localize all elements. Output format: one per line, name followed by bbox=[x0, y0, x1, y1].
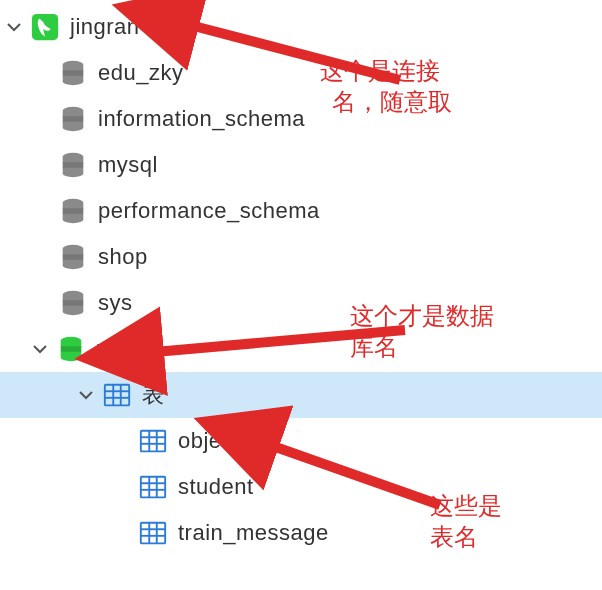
tree-row-database[interactable]: mysql bbox=[0, 142, 602, 188]
database-label: performance_schema bbox=[98, 198, 320, 224]
tables-group-label: 表 bbox=[142, 380, 165, 410]
database-label: user bbox=[96, 336, 141, 362]
table-icon bbox=[138, 518, 168, 548]
svg-rect-8 bbox=[105, 385, 129, 406]
tree-row-connection[interactable]: jingran bbox=[0, 4, 602, 50]
database-tree: jingran edu_zky information_schema mysql… bbox=[0, 0, 602, 556]
table-label: object bbox=[178, 428, 240, 454]
database-icon bbox=[58, 150, 88, 180]
tree-row-database[interactable]: information_schema bbox=[0, 96, 602, 142]
database-open-icon bbox=[56, 334, 86, 364]
database-icon bbox=[58, 196, 88, 226]
chevron-down-icon[interactable] bbox=[76, 385, 96, 405]
table-group-icon bbox=[102, 380, 132, 410]
tree-row-database[interactable]: shop bbox=[0, 234, 602, 280]
database-icon bbox=[58, 242, 88, 272]
table-icon bbox=[138, 472, 168, 502]
database-label: edu_zky bbox=[98, 60, 183, 86]
table-label: student bbox=[178, 474, 254, 500]
tree-row-tables-group[interactable]: 表 bbox=[0, 372, 602, 418]
tree-row-database[interactable]: edu_zky bbox=[0, 50, 602, 96]
database-icon bbox=[58, 288, 88, 318]
tree-row-table[interactable]: train_message bbox=[0, 510, 602, 556]
tree-row-database-open[interactable]: user bbox=[0, 326, 602, 372]
database-icon bbox=[58, 104, 88, 134]
svg-rect-23 bbox=[141, 523, 165, 544]
database-label: sys bbox=[98, 290, 133, 316]
tree-row-table[interactable]: object bbox=[0, 418, 602, 464]
database-icon bbox=[58, 58, 88, 88]
database-label: shop bbox=[98, 244, 148, 270]
database-label: information_schema bbox=[98, 106, 305, 132]
chevron-down-icon[interactable] bbox=[30, 339, 50, 359]
tree-row-table[interactable]: student bbox=[0, 464, 602, 510]
tree-row-database[interactable]: performance_schema bbox=[0, 188, 602, 234]
svg-rect-13 bbox=[141, 431, 165, 452]
svg-rect-18 bbox=[141, 477, 165, 498]
tree-row-database[interactable]: sys bbox=[0, 280, 602, 326]
connection-label: jingran bbox=[70, 14, 140, 40]
database-label: mysql bbox=[98, 152, 158, 178]
table-label: train_message bbox=[178, 520, 329, 546]
chevron-down-icon[interactable] bbox=[4, 17, 24, 37]
connection-icon bbox=[30, 12, 60, 42]
table-icon bbox=[138, 426, 168, 456]
